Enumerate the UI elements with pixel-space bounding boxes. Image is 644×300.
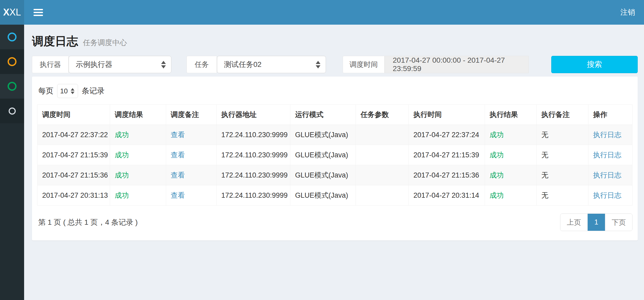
col-trigger-result: 调度结果 bbox=[110, 105, 166, 125]
cell-run-mode: GLUE模式(Java) bbox=[290, 125, 356, 145]
top-navbar: XXL 注销 bbox=[0, 0, 644, 25]
cell-handle-time: 2017-04-27 21:15:39 bbox=[409, 145, 485, 165]
table-row: 2017-04-27 22:37:22 成功 查看 172.24.110.230… bbox=[37, 125, 632, 145]
job-select-value: 测试任务02 bbox=[224, 60, 261, 69]
cell-trigger-result: 成功 bbox=[110, 165, 166, 185]
cell-run-mode: GLUE模式(Java) bbox=[290, 185, 356, 206]
hamburger-bar bbox=[34, 9, 43, 10]
cell-trigger-time: 2017-04-27 21:15:39 bbox=[37, 145, 110, 165]
col-job-param: 任务参数 bbox=[356, 105, 408, 125]
view-trigger-msg-link[interactable]: 查看 bbox=[171, 131, 185, 139]
sidebar-item-3[interactable] bbox=[0, 74, 24, 99]
sidebar-toggle-icon[interactable] bbox=[31, 5, 46, 20]
app-logo[interactable]: XXL bbox=[0, 0, 24, 25]
cell-run-mode: GLUE模式(Java) bbox=[290, 165, 356, 185]
exec-log-link[interactable]: 执行日志 bbox=[593, 191, 621, 199]
executor-select[interactable]: 示例执行器 bbox=[69, 56, 171, 73]
cell-handle-msg: 无 bbox=[537, 185, 588, 206]
circle-outline-icon bbox=[9, 108, 16, 115]
table-row: 2017-04-27 20:31:13 成功 查看 172.24.110.230… bbox=[37, 185, 632, 206]
filter-bar: 执行器 示例执行器 任务 测试任务02 调度时间 2017-04-27 00:0… bbox=[32, 56, 638, 73]
trigger-time-filter-label: 调度时间 bbox=[343, 56, 385, 73]
sidebar-item-1[interactable] bbox=[0, 25, 24, 49]
executor-select-value: 示例执行器 bbox=[76, 60, 112, 69]
view-trigger-msg-link[interactable]: 查看 bbox=[171, 151, 185, 159]
select-arrows-icon bbox=[71, 88, 74, 94]
cell-job-param bbox=[356, 125, 408, 145]
search-button[interactable]: 搜索 bbox=[551, 56, 638, 73]
hamburger-bar bbox=[34, 12, 43, 13]
cell-trigger-time: 2017-04-27 22:37:22 bbox=[37, 125, 110, 145]
trigger-time-range-input[interactable]: 2017-04-27 00:00:00 - 2017-04-27 23:59:5… bbox=[385, 56, 529, 73]
sidebar-item-2[interactable] bbox=[0, 49, 24, 74]
select-arrows-icon bbox=[316, 61, 320, 68]
current-page-button[interactable]: 1 bbox=[588, 214, 605, 231]
pagination-info: 第 1 页 ( 总共 1 页，4 条记录 ) bbox=[37, 217, 138, 227]
circle-outline-icon bbox=[8, 82, 17, 91]
cell-executor-address: 172.24.110.230:9999 bbox=[216, 125, 290, 145]
cell-trigger-result: 成功 bbox=[110, 125, 166, 145]
logout-link[interactable]: 注销 bbox=[619, 5, 637, 20]
schedule-log-table: 调度时间 调度结果 调度备注 执行器地址 运行模式 任务参数 执行时间 执行结果… bbox=[37, 104, 632, 206]
cell-handle-time: 2017-04-27 22:37:24 bbox=[409, 125, 485, 145]
page-size-prefix-label: 每页 bbox=[38, 86, 53, 96]
select-arrows-icon bbox=[161, 61, 166, 68]
cell-handle-msg: 无 bbox=[537, 125, 588, 145]
prev-page-button[interactable]: 上页 bbox=[560, 214, 588, 231]
cell-job-param bbox=[356, 165, 408, 185]
cell-trigger-result: 成功 bbox=[110, 185, 166, 206]
page-size-suffix-label: 条记录 bbox=[82, 86, 105, 96]
cell-run-mode: GLUE模式(Java) bbox=[290, 145, 356, 165]
cell-handle-result: 成功 bbox=[485, 165, 537, 185]
pagination-controls: 上页 1 下页 bbox=[560, 213, 632, 231]
cell-handle-msg: 无 bbox=[537, 165, 588, 185]
col-handle-result: 执行结果 bbox=[485, 105, 537, 125]
pagination-row: 第 1 页 ( 总共 1 页，4 条记录 ) 上页 1 下页 bbox=[37, 213, 632, 231]
cell-job-param bbox=[356, 145, 408, 165]
page-size-row: 每页 10 条记录 bbox=[37, 82, 632, 104]
col-handle-time: 执行时间 bbox=[409, 105, 485, 125]
table-row: 2017-04-27 21:15:36 成功 查看 172.24.110.230… bbox=[37, 165, 632, 185]
sidebar-nav bbox=[0, 25, 24, 300]
table-row: 2017-04-27 21:15:39 成功 查看 172.24.110.230… bbox=[37, 145, 632, 165]
job-select[interactable]: 测试任务02 bbox=[217, 56, 326, 73]
job-filter-label: 任务 bbox=[187, 56, 217, 73]
cell-executor-address: 172.24.110.230:9999 bbox=[216, 165, 290, 185]
page-subtitle: 任务调度中心 bbox=[83, 39, 127, 47]
cell-handle-result: 成功 bbox=[485, 125, 537, 145]
cell-handle-time: 2017-04-27 20:31:14 bbox=[409, 185, 485, 206]
page-size-select[interactable]: 10 bbox=[57, 84, 78, 98]
hamburger-bar bbox=[34, 15, 43, 16]
page-header: 调度日志 任务调度中心 bbox=[32, 34, 638, 49]
cell-handle-time: 2017-04-27 21:15:36 bbox=[409, 165, 485, 185]
col-action: 操作 bbox=[588, 105, 632, 125]
exec-log-link[interactable]: 执行日志 bbox=[593, 151, 621, 159]
cell-trigger-time: 2017-04-27 21:15:36 bbox=[37, 165, 110, 185]
view-trigger-msg-link[interactable]: 查看 bbox=[171, 171, 185, 179]
exec-log-link[interactable]: 执行日志 bbox=[593, 131, 621, 139]
cell-executor-address: 172.24.110.230:9999 bbox=[216, 185, 290, 206]
cell-executor-address: 172.24.110.230:9999 bbox=[216, 145, 290, 165]
cell-trigger-time: 2017-04-27 20:31:13 bbox=[37, 185, 110, 206]
exec-log-link[interactable]: 执行日志 bbox=[593, 171, 621, 179]
main-content: 调度日志 任务调度中心 执行器 示例执行器 任务 测试任务02 调度时间 201… bbox=[24, 25, 644, 300]
page-size-value: 10 bbox=[60, 87, 68, 95]
page-title: 调度日志 bbox=[32, 35, 78, 47]
cell-handle-msg: 无 bbox=[537, 145, 588, 165]
cell-handle-result: 成功 bbox=[485, 185, 537, 206]
next-page-button[interactable]: 下页 bbox=[605, 214, 632, 231]
logo-light-text: XL bbox=[9, 7, 21, 18]
table-header-row: 调度时间 调度结果 调度备注 执行器地址 运行模式 任务参数 执行时间 执行结果… bbox=[37, 105, 632, 125]
view-trigger-msg-link[interactable]: 查看 bbox=[171, 191, 185, 199]
col-run-mode: 运行模式 bbox=[290, 105, 356, 125]
circle-outline-icon bbox=[8, 33, 17, 41]
logo-bold-text: X bbox=[3, 7, 9, 18]
sidebar-item-4[interactable] bbox=[0, 99, 24, 123]
log-table-panel: 每页 10 条记录 调度时间 调度结果 bbox=[32, 77, 638, 240]
col-executor-address: 执行器地址 bbox=[216, 105, 290, 125]
col-trigger-time: 调度时间 bbox=[37, 105, 110, 125]
executor-filter-label: 执行器 bbox=[32, 56, 69, 73]
cell-handle-result: 成功 bbox=[485, 145, 537, 165]
circle-outline-icon bbox=[8, 57, 17, 66]
col-handle-msg: 执行备注 bbox=[537, 105, 588, 125]
